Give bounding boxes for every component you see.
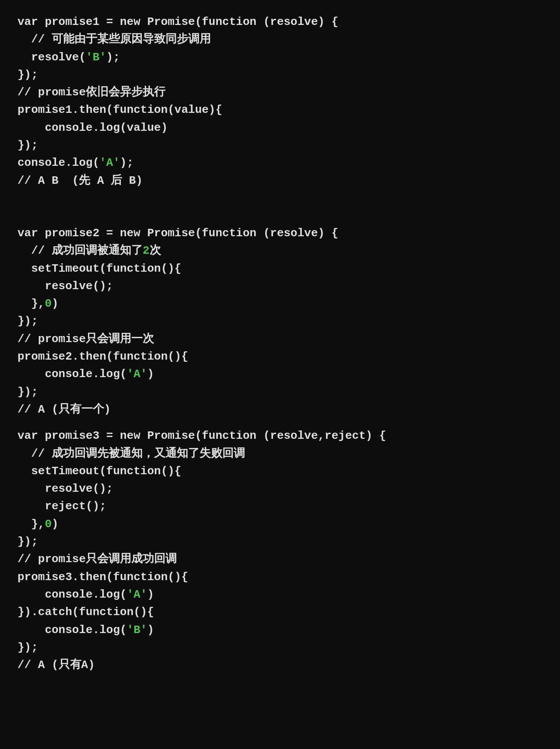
code-line: },0): [18, 295, 542, 312]
code-line: setTimeout(function(){: [18, 462, 542, 480]
code-line: // promise只会调用一次: [18, 330, 542, 348]
code-line: resolve();: [18, 480, 542, 497]
code-line: // promise依旧会异步执行: [18, 84, 542, 101]
code-line: setTimeout(function(){: [18, 260, 542, 277]
code-line: console.log('A'): [18, 365, 542, 383]
code-line: // 成功回调被通知了2次: [18, 242, 542, 259]
code-line: resolve('B');: [18, 49, 542, 66]
code-line: // 可能由于某些原因导致同步调用: [18, 31, 542, 48]
code-line: });: [18, 639, 542, 656]
code-line: resolve();: [18, 277, 542, 295]
code-line: // promise只会调用成功回调: [18, 550, 542, 568]
code-block-2: var promise2 = new Promise(function (res…: [18, 224, 542, 418]
code-line: });: [18, 66, 542, 84]
code-line: promise2.then(function(){: [18, 348, 542, 365]
code-line: // A (只有一个): [18, 401, 542, 418]
code-line: // A B (先 A 后 B): [18, 172, 542, 189]
code-line: promise1.then(function(value){: [18, 101, 542, 119]
code-block-3: var promise3 = new Promise(function (res…: [18, 427, 542, 674]
code-line: },0): [18, 515, 542, 533]
code-block-1: var promise1 = new Promise(function (res…: [18, 13, 542, 189]
code-line: var promise3 = new Promise(function (res…: [18, 427, 542, 444]
code-line: reject();: [18, 497, 542, 515]
code-line: var promise2 = new Promise(function (res…: [18, 224, 542, 242]
code-line: // 成功回调先被通知，又通知了失败回调: [18, 445, 542, 462]
code-container: var promise1 = new Promise(function (res…: [18, 13, 542, 674]
code-line: console.log('A');: [18, 154, 542, 172]
code-line: promise3.then(function(){: [18, 568, 542, 586]
code-line: });: [18, 383, 542, 401]
code-line: // A (只有A): [18, 656, 542, 674]
code-line: var promise1 = new Promise(function (res…: [18, 13, 542, 31]
code-line: }).catch(function(){: [18, 603, 542, 621]
code-line: });: [18, 533, 542, 550]
code-line: console.log('B'): [18, 621, 542, 639]
code-line: console.log('A'): [18, 586, 542, 603]
code-line: });: [18, 312, 542, 330]
code-line: });: [18, 136, 542, 154]
code-line: console.log(value): [18, 119, 542, 136]
